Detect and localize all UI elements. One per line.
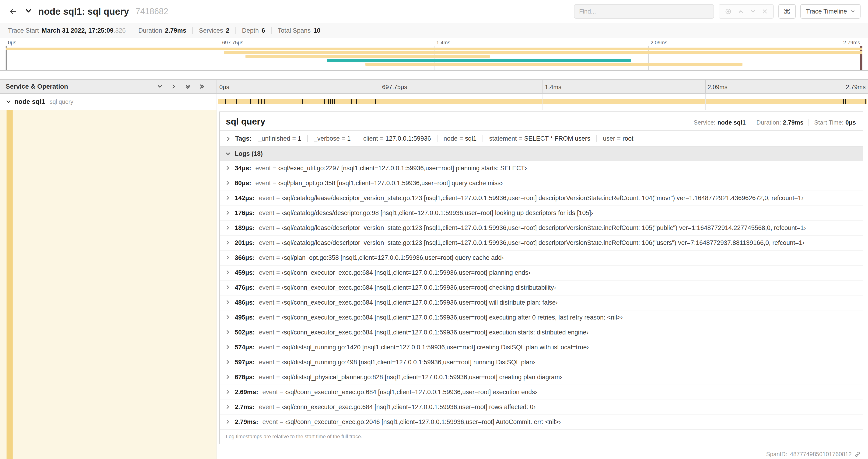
log-equals: = [274,224,282,231]
chevron-right-icon[interactable] [225,374,230,380]
log-timestamp: 366μs: [235,254,255,261]
span-service-name: node sql1 [14,98,45,105]
log-text: event=‹sql/plan_opt.go:358 [nsql1,client… [255,179,503,187]
chevron-right-icon[interactable] [225,195,230,200]
log-text: event=‹sql/catalog/lease/descriptor_vers… [259,224,806,232]
logs-header[interactable]: Logs (18) [220,146,863,161]
log-row[interactable]: 80μs:event=‹sql/plan_opt.go:358 [nsql1,c… [220,176,863,191]
tags-row[interactable]: Tags: _unfinished=1_verbose=1client=127.… [220,131,863,146]
view-selector-label: Trace Timeline [806,8,847,15]
span-detail-row: sql query Service:node sql1Duration:2.79… [0,110,868,459]
log-row[interactable]: 2.79ms:event=‹sql/conn_executor_exec.go:… [220,415,863,429]
summary-label: Trace Start [8,27,39,34]
double-chevron-right-icon[interactable] [199,84,205,89]
log-equals: = [274,284,282,291]
span-id-value: 4877749850101760812 [790,451,852,458]
circle-plus-icon[interactable] [725,8,731,14]
keyboard-shortcuts-button[interactable]: ⌘ [778,4,796,19]
span-row[interactable]: node sql1 sql query [0,94,868,110]
chevron-right-icon[interactable] [225,180,230,186]
log-equals: = [271,179,278,187]
log-field-value: ‹sql/distsql_running.go:498 [nsql1,clien… [282,359,535,366]
close-icon[interactable] [763,9,767,14]
timeline-controls [157,84,210,89]
log-row[interactable]: 34μs:event=‹sql/exec_util.go:2297 [nsql1… [220,161,863,176]
span-row-timeline[interactable] [217,94,868,110]
tag-key: node [443,135,458,142]
chevron-right-icon[interactable] [225,389,230,394]
summary-label: Total Spans [278,27,311,34]
log-timestamp: 459μs: [235,269,255,276]
find-input[interactable] [574,4,714,19]
spacer [0,71,868,79]
chevron-right-icon[interactable] [225,345,230,350]
chevron-right-icon[interactable] [225,315,230,320]
log-text: event=‹sql/conn_executor_exec.go:684 [ns… [259,299,558,306]
tag-equals: = [615,135,623,142]
link-icon[interactable] [855,451,861,457]
chevron-right-icon[interactable] [225,419,230,424]
chevron-right-icon[interactable] [225,359,230,365]
log-marker [865,99,866,104]
log-row[interactable]: 502μs:event=‹sql/conn_executor_exec.go:6… [220,325,863,340]
summary-value: March 31 2022, 17:25:09.326 [42,27,126,34]
log-field-value: ‹sql/conn_executor_exec.go:684 [nsql1,cl… [282,269,530,276]
log-row[interactable]: 476μs:event=‹sql/conn_executor_exec.go:6… [220,281,863,296]
chevron-down-icon[interactable] [6,99,11,104]
chevron-right-icon[interactable] [225,285,230,290]
log-row[interactable]: 201μs:event=‹sql/catalog/lease/descripto… [220,236,863,251]
trace-view-selector[interactable]: Trace Timeline [800,4,861,19]
chevron-right-icon[interactable] [225,165,230,170]
chevron-right-icon[interactable] [225,330,230,335]
span-detail-header: sql query Service:node sql1Duration:2.79… [220,112,863,130]
summary-value: 2 [226,27,229,34]
trace-minimap[interactable]: 0μs697.75μs1.4ms2.09ms2.79ms [0,38,868,71]
log-row[interactable]: 486μs:event=‹sql/conn_executor_exec.go:6… [220,296,863,310]
chevron-right-icon[interactable] [225,300,230,305]
log-row[interactable]: 176μs:event=‹sql/catalog/descs/descripto… [220,206,863,221]
log-row[interactable]: 597μs:event=‹sql/distsql_running.go:498 … [220,355,863,370]
log-row[interactable]: 2.69ms:event=‹sql/conn_executor_exec.go:… [220,385,863,400]
log-timestamp: 201μs: [235,239,255,247]
chevron-down-icon[interactable] [750,9,755,14]
chevron-right-icon[interactable] [225,210,230,215]
summary-value: 2.79ms [165,27,186,34]
log-row[interactable]: 495μs:event=‹sql/conn_executor_exec.go:6… [220,310,863,325]
tag-item: node=sql1 [437,135,483,142]
log-timestamp: 34μs: [235,164,251,172]
chevron-down-icon[interactable] [157,84,162,89]
chevron-up-icon[interactable] [738,9,743,14]
log-text: event=‹sql/conn_executor_exec.go:684 [ns… [259,314,623,321]
log-equals: = [274,359,282,366]
log-row[interactable]: 189μs:event=‹sql/catalog/lease/descripto… [220,221,863,236]
log-row[interactable]: 678μs:event=‹sql/distsql_physical_planne… [220,370,863,385]
chevron-right-icon[interactable] [225,240,230,245]
minimap-canvas[interactable] [6,46,862,70]
span-operation-name: sql query [50,98,73,105]
timeline-gridline [380,80,380,93]
log-marker [843,99,844,104]
chevron-right-icon[interactable] [225,270,230,275]
log-field-value: ‹sql/conn_executor_exec.go:684 [nsql1,cl… [282,284,556,291]
span-row-label[interactable]: node sql1 sql query [0,94,217,110]
chevron-right-icon[interactable] [225,225,230,230]
log-marker [264,99,265,104]
chevron-right-icon[interactable] [225,404,230,409]
summary-item: Services2 [192,27,236,34]
timeline-gridline [542,94,543,110]
log-timestamp: 574μs: [235,343,255,351]
log-timestamp: 2.7ms: [235,403,255,411]
log-text: event=‹sql/plan_opt.go:358 [nsql1,client… [259,254,504,261]
detail-meta-label: Service: [694,119,716,126]
log-row[interactable]: 142μs:event=‹sql/catalog/lease/descripto… [220,191,863,206]
trace-title-collapse-button[interactable] [24,6,33,17]
double-chevron-down-icon[interactable] [185,84,190,89]
back-button[interactable] [6,5,20,18]
log-row[interactable]: 2.7ms:event=‹sql/conn_executor_exec.go:6… [220,400,863,415]
log-row[interactable]: 366μs:event=‹sql/plan_opt.go:358 [nsql1,… [220,251,863,266]
logs-note: Log timestamps are relative to the start… [220,429,863,444]
chevron-right-icon[interactable] [171,84,177,89]
chevron-right-icon[interactable] [225,255,230,260]
log-row[interactable]: 459μs:event=‹sql/conn_executor_exec.go:6… [220,266,863,281]
log-row[interactable]: 574μs:event=‹sql/distsql_running.go:1420… [220,340,863,355]
